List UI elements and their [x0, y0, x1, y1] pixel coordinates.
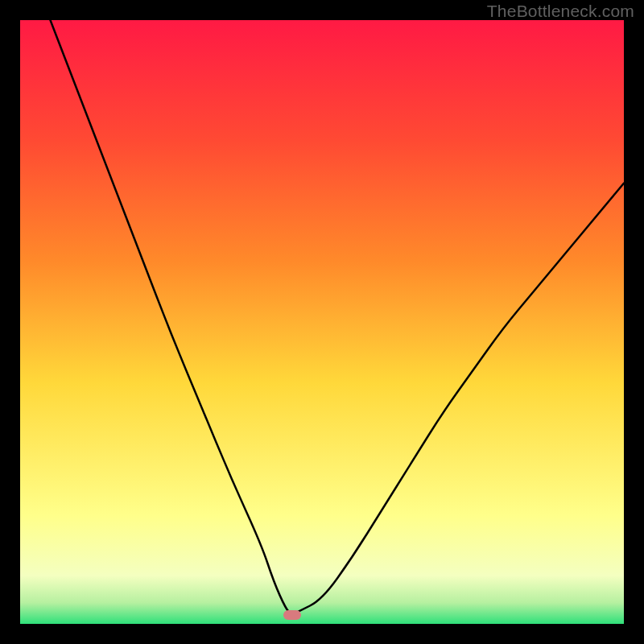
- chart-frame: TheBottleneck.com: [0, 0, 644, 644]
- plot-area: [20, 20, 624, 624]
- gradient-background: [20, 20, 624, 624]
- watermark-text: TheBottleneck.com: [487, 2, 634, 21]
- optimal-marker: [283, 610, 301, 620]
- chart-svg: [20, 20, 624, 624]
- bottleneck-curve: [51, 20, 625, 614]
